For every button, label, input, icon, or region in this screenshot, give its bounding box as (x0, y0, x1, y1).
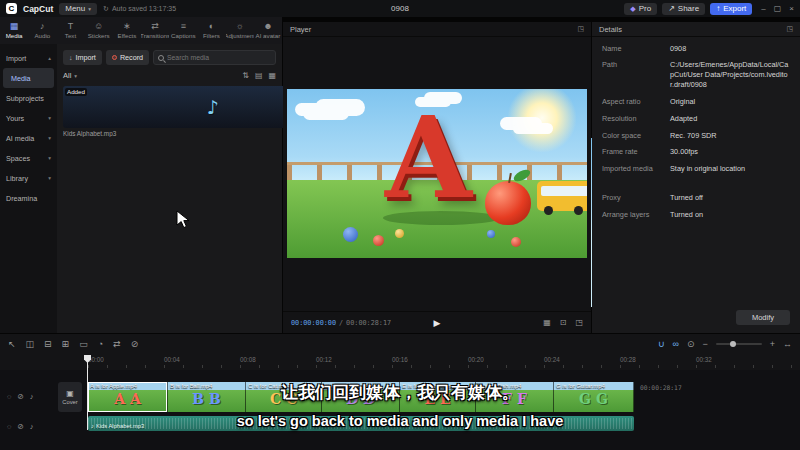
detail-value: Turned on (670, 210, 790, 220)
detail-value: Adapted (670, 114, 790, 124)
ribbon-tab[interactable]: ♪ Audio (28, 17, 56, 44)
capcut-logo: C (6, 3, 17, 14)
delete-right-icon[interactable]: ⊞ (62, 339, 70, 349)
zoom-slider-knob[interactable] (730, 341, 736, 347)
ribbon-tab-label: Stickers (88, 32, 110, 39)
sidebar-item-label: Library (6, 174, 28, 183)
delete-icon[interactable]: ▭ (79, 339, 88, 349)
ribbon-tab[interactable]: ☼ Adjustment (226, 17, 254, 44)
sidebar-item[interactable]: Import ▴ (0, 48, 57, 68)
detail-label: Resolution (602, 114, 664, 124)
detail-label: Path (602, 60, 664, 90)
expand-panel-icon[interactable]: ◳ (577, 25, 584, 33)
detail-row: Aspect ratio Original (592, 93, 800, 110)
ribbon-tab[interactable]: ▦ Media (0, 17, 28, 44)
fit-timeline-icon[interactable]: ↔ (783, 339, 792, 349)
cloud (303, 107, 349, 120)
menu-button[interactable]: Menu ▾ (59, 3, 97, 15)
list-view-icon[interactable]: ▤ (255, 71, 263, 80)
chevron-icon: ▾ (48, 155, 51, 161)
ribbon-tab-label: Captions (171, 32, 195, 39)
sidebar-item[interactable]: Yours ▾ (0, 108, 57, 128)
snapshot-icon[interactable]: ⊙ (687, 339, 695, 349)
grid-view-icon[interactable]: ▦ (268, 71, 276, 80)
ribbon-tab-label: Effects (118, 32, 137, 39)
ribbon-tab[interactable]: ◐ Filters (197, 17, 225, 44)
fit-icon[interactable]: ⊡ (560, 318, 567, 327)
quality-icon[interactable]: ▦ (543, 318, 551, 327)
cloud (513, 123, 553, 134)
ribbon-tab[interactable]: T Text (56, 17, 84, 44)
mouse-cursor (176, 210, 190, 234)
ribbon-tab[interactable]: ☻ AI avatar (254, 17, 282, 44)
search-box[interactable] (153, 50, 276, 65)
app-name: CapCut (23, 4, 53, 14)
delete-left-icon[interactable]: ⊟ (44, 339, 52, 349)
freeze-frame-icon[interactable]: ◔ (98, 339, 103, 349)
ribbon-tab[interactable]: ☺ Stickers (85, 17, 113, 44)
autosave-status: ↻ Auto saved 13:17:35 (103, 5, 176, 13)
total-time: 00:00:28:17 (346, 319, 391, 327)
ribbon-tabs: ▦ Media ♪ Audio T Text ☺ Stickers ∗ Effe… (0, 17, 282, 44)
ribbon-tab-label: Filters (203, 32, 220, 39)
timeline-ruler[interactable]: 00:0000:0400:0800:1200:1600:2000:2400:28… (88, 356, 800, 368)
ball (373, 235, 384, 246)
ribbon-tab[interactable]: ≡ Captions (169, 17, 197, 44)
fullscreen-icon[interactable]: ◳ (575, 318, 583, 327)
sidebar-item[interactable]: Subprojects (0, 88, 57, 108)
split-icon[interactable]: ◫ (26, 339, 35, 349)
current-time: 00:00:00:00 (291, 319, 336, 327)
magnet-icon[interactable]: ∪ (658, 339, 665, 349)
sidebar-item-label: Spaces (6, 154, 30, 163)
detail-row: Resolution Adapted (592, 110, 800, 127)
detail-value: Original (670, 97, 790, 107)
select-icon[interactable]: ↖ (8, 339, 16, 349)
player-controls: 00:00:00:00 / 00:00:28:17 ▶ ▦ ⊡ ◳ (283, 311, 591, 333)
sidebar-item[interactable]: AI media ▾ (0, 128, 57, 148)
sidebar-item[interactable]: Media (3, 68, 54, 88)
ribbon-tab[interactable]: ⇄ Transitions (141, 17, 169, 44)
expand-panel-icon[interactable]: ◳ (786, 25, 793, 33)
sidebar-item[interactable]: Spaces ▾ (0, 148, 57, 168)
detail-value: Rec. 709 SDR (670, 131, 790, 141)
timeline-toolbar: ↖ ◫ ⊟ ⊞ ▭ ◔ ⇄ ⊘ ∪ ∞ (0, 334, 800, 354)
sidebar-item-label: Media (11, 74, 31, 83)
chevron-icon: ▾ (48, 115, 51, 121)
import-button[interactable]: ↓ Import (63, 50, 102, 65)
ribbon-tab[interactable]: ∗ Effects (113, 17, 141, 44)
sidebar-item[interactable]: Dreamina (0, 188, 57, 208)
modify-button[interactable]: Modify (736, 310, 790, 325)
reverse-icon[interactable]: ⇄ (113, 339, 121, 349)
detail-label: Color space (602, 131, 664, 141)
sort-icon[interactable]: ⇅ (242, 71, 249, 80)
ruler-label: 00:08 (240, 356, 316, 363)
zoom-slider[interactable] (716, 343, 762, 345)
zoom-in-icon[interactable]: + (770, 339, 775, 349)
close-button[interactable]: × (789, 4, 794, 13)
ball (487, 230, 495, 238)
maximize-button[interactable]: ▢ (774, 4, 782, 13)
player-panel: Player ◳ A 00:00:00:00 / 00:00:28:17 ▶ (283, 22, 591, 333)
detail-value: 30.00fps (670, 147, 790, 157)
record-button[interactable]: Record (106, 50, 149, 65)
export-button[interactable]: ↑ Export (710, 3, 752, 15)
search-input[interactable] (167, 54, 271, 61)
sidebar-item[interactable]: Library ▾ (0, 168, 57, 188)
detail-label: Proxy (602, 193, 664, 203)
video-preview[interactable]: A (287, 89, 587, 258)
pro-badge[interactable]: ◆ Pro (624, 3, 657, 15)
detail-label: Imported media (602, 164, 664, 174)
share-button[interactable]: ↗ Share (662, 3, 705, 15)
ribbon-tab-icon: ◐ (209, 22, 214, 31)
ruler-label: 00:12 (316, 356, 392, 363)
filter-all-label[interactable]: All (63, 71, 71, 80)
auto-link-icon[interactable]: ∞ (673, 339, 679, 349)
detail-value: Turned off (670, 193, 790, 203)
detail-label: Name (602, 44, 664, 54)
mirror-icon[interactable]: ⊘ (131, 339, 139, 349)
sidebar-item-label: Yours (6, 114, 24, 123)
minimize-button[interactable]: – (761, 4, 765, 13)
import-icon: ↓ (69, 54, 73, 61)
zoom-out-icon[interactable]: − (702, 339, 707, 349)
play-button[interactable]: ▶ (434, 318, 441, 328)
